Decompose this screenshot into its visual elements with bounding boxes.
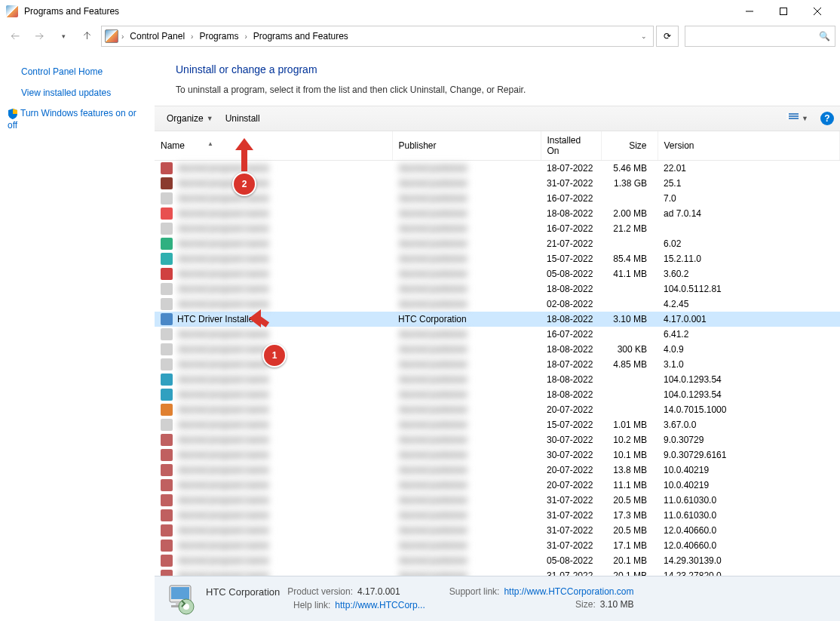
page-header: Uninstall or change a program To uninsta…	[155, 50, 840, 106]
chevron-right-icon[interactable]: ›	[244, 32, 247, 41]
details-product-version: 4.17.0.001	[357, 586, 400, 599]
toolbar: Organize ▼ Uninstall ▼ ?	[155, 106, 840, 131]
details-help-link-label: Help link:	[293, 600, 330, 612]
table-row[interactable]: blurred program nameblurred publisher18-…	[155, 161, 840, 177]
annotation-1: 1	[262, 343, 287, 367]
address-bar[interactable]: › Control Panel › Programs › Programs an…	[101, 26, 654, 47]
table-row[interactable]: blurred program nameblurred publisher05-…	[155, 266, 840, 281]
page-subheading: To uninstall a program, select it from t…	[176, 85, 825, 95]
table-row[interactable]: blurred program nameblurred publisher20-…	[155, 463, 840, 478]
page-heading: Uninstall or change a program	[176, 63, 825, 75]
table-row[interactable]: blurred program nameblurred publisher31-…	[155, 538, 840, 553]
refresh-button[interactable]: ⟳	[656, 26, 679, 47]
table-row[interactable]: blurred program nameblurred publisher31-…	[155, 493, 840, 508]
installer-icon	[164, 583, 197, 616]
table-row[interactable]: blurred program nameblurred publisher20-…	[155, 478, 840, 493]
search-input[interactable]: 🔍	[685, 26, 835, 47]
chevron-right-icon[interactable]: ›	[191, 32, 193, 41]
programs-table: Name Publisher Installed On Size Version…	[155, 131, 840, 576]
uninstall-button[interactable]: Uninstall	[219, 110, 266, 127]
view-options-button[interactable]: ▼	[780, 110, 814, 127]
annotation-arrow-1	[249, 309, 271, 342]
chevron-down-icon: ▼	[207, 115, 213, 122]
details-company: HTC Corporation	[206, 586, 280, 599]
details-size-label: Size:	[541, 599, 596, 611]
details-help-link[interactable]: http://www.HTCCorp...	[335, 600, 425, 612]
table-row[interactable]: blurred program nameblurred publisher18-…	[155, 342, 840, 357]
details-support-link[interactable]: http://www.HTCCorporation.com	[504, 586, 633, 598]
view-icon	[786, 113, 799, 124]
table-row[interactable]: blurred program nameblurred publisher15-…	[155, 417, 840, 432]
control-panel-icon	[105, 29, 118, 43]
column-size[interactable]: Size	[601, 131, 658, 161]
details-pane: HTC Corporation Product version: 4.17.0.…	[155, 576, 840, 621]
minimize-button[interactable]	[732, 0, 766, 23]
sidebar-windows-features[interactable]: Turn Windows features on or off	[8, 108, 147, 131]
annotation-2: 2	[232, 172, 256, 196]
window-title: Programs and Features	[24, 6, 732, 17]
svg-rect-1	[780, 8, 786, 15]
table-row[interactable]: blurred program nameblurred publisher31-…	[155, 568, 840, 576]
navigation-bar: 🡠 🡢 ▾ 🡡 › Control Panel › Programs › Pro…	[0, 23, 840, 50]
details-size: 3.10 MB	[600, 599, 634, 611]
address-dropdown-icon[interactable]: ⌄	[638, 32, 650, 40]
search-icon: 🔍	[819, 31, 830, 42]
table-row[interactable]: blurred program nameblurred publisher30-…	[155, 447, 840, 463]
table-row[interactable]: blurred program nameblurred publisher18-…	[155, 281, 840, 297]
column-installed-on[interactable]: Installed On	[541, 131, 601, 161]
column-name[interactable]: Name	[155, 131, 392, 161]
table-row[interactable]: blurred program nameblurred publisher16-…	[155, 221, 840, 236]
table-row[interactable]: blurred program nameblurred publisher18-…	[155, 372, 840, 387]
sidebar-control-panel-home[interactable]: Control Panel Home	[21, 66, 147, 78]
table-row[interactable]: blurred program nameblurred publisher20-…	[155, 402, 840, 417]
breadcrumb-programs-features[interactable]: Programs and Features	[250, 29, 351, 43]
table-row[interactable]: blurred program nameblurred publisher18-…	[155, 357, 840, 372]
close-button[interactable]	[800, 0, 834, 23]
table-row[interactable]: blurred program nameblurred publisher15-…	[155, 251, 840, 266]
breadcrumb-programs[interactable]: Programs	[196, 29, 241, 43]
table-row[interactable]: blurred program nameblurred publisher05-…	[155, 553, 840, 568]
back-button[interactable]: 🡠	[5, 26, 26, 47]
help-button[interactable]: ?	[820, 112, 834, 125]
svg-rect-5	[171, 587, 189, 599]
table-row[interactable]: blurred program nameblurred publisher18-…	[155, 387, 840, 402]
breadcrumb-control-panel[interactable]: Control Panel	[127, 29, 188, 43]
svg-rect-13	[241, 149, 247, 171]
up-button[interactable]: 🡡	[77, 26, 98, 47]
titlebar: Programs and Features	[0, 0, 840, 23]
shield-icon	[8, 109, 18, 119]
table-row[interactable]: blurred program nameblurred publisher31-…	[155, 508, 840, 523]
sidebar: Control Panel Home View installed update…	[0, 50, 155, 621]
organize-button[interactable]: Organize ▼	[161, 110, 219, 127]
annotation-arrow-2	[235, 138, 253, 174]
chevron-down-icon: ▼	[802, 115, 808, 122]
forward-button[interactable]: 🡢	[29, 26, 50, 47]
control-panel-icon	[6, 5, 18, 17]
table-row[interactable]: blurred program nameblurred publisher21-…	[155, 236, 840, 251]
column-version[interactable]: Version	[658, 131, 840, 161]
table-row[interactable]: blurred program nameblurred publisher16-…	[155, 191, 840, 206]
table-row[interactable]: blurred program nameblurred publisher18-…	[155, 206, 840, 221]
maximize-button[interactable]	[766, 0, 800, 23]
table-row[interactable]: blurred program nameblurred publisher30-…	[155, 432, 840, 447]
svg-marker-12	[235, 138, 253, 150]
table-row[interactable]: blurred program nameblurred publisher31-…	[155, 176, 840, 191]
column-publisher[interactable]: Publisher	[392, 131, 541, 161]
details-product-version-label: Product version:	[287, 586, 353, 599]
recent-dropdown[interactable]: ▾	[53, 26, 74, 47]
chevron-right-icon[interactable]: ›	[121, 32, 124, 41]
table-row[interactable]: blurred program nameblurred publisher31-…	[155, 523, 840, 538]
details-support-link-label: Support link:	[449, 586, 500, 598]
sidebar-view-installed-updates[interactable]: View installed updates	[21, 88, 147, 100]
